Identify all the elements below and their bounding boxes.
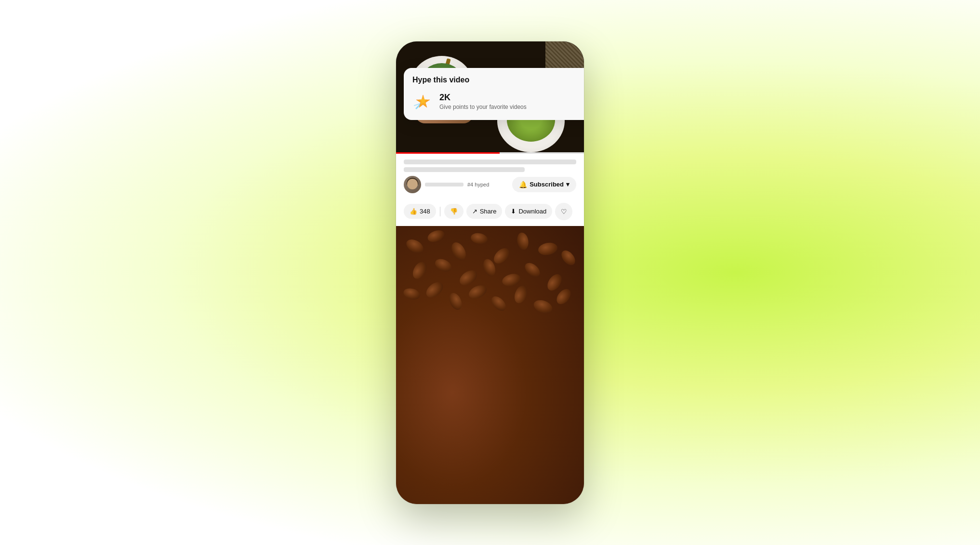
avatar-face [407,179,418,189]
bean-20 [489,293,508,313]
bean-16 [402,286,422,301]
bean-8 [559,248,578,267]
share-label: Share [480,208,497,215]
bean-15 [544,271,564,293]
download-button[interactable]: ⬇ Download [505,204,552,219]
bean-11 [457,267,479,288]
subscribe-button[interactable]: 🔔 Subscribed ▾ [512,177,576,192]
bean-13 [501,272,522,288]
video-title [404,160,576,172]
hype-panel-header: Hype this video [412,76,584,84]
phone-shell: #4 hyped 🔔 Subscribed ▾ 👍 348 👎 ↗ Share … [396,41,584,504]
video-progress-bar[interactable] [396,152,584,154]
video-meta-row: #4 hyped 🔔 Subscribed ▾ [404,176,576,193]
progress-fill [396,152,500,154]
bean-9 [410,259,429,281]
download-label: Download [518,208,546,215]
action-bar: 👍 348 👎 ↗ Share ⬇ Download ♡ [396,199,584,226]
hype-panel: Hype this video [404,68,584,120]
channel-info: #4 hyped [404,176,489,193]
hype-description: Give points to your favorite videos [439,104,584,110]
hype-star-icon [412,91,434,112]
bean-1 [404,237,426,256]
bean-4 [470,232,488,245]
bean-7 [537,241,558,256]
bean-23 [554,286,574,306]
subscribe-label: Subscribed [530,181,564,188]
channel-name-block [425,183,464,186]
channel-name-line [425,183,464,186]
bean-22 [532,297,554,315]
bean-3 [449,239,469,262]
hype-badge: #4 hyped [467,182,489,187]
coffee-beans-bg [396,226,584,504]
bell-icon: 🔔 [519,181,527,188]
bean-6 [516,231,530,250]
chevron-down-icon: ▾ [566,181,569,188]
bean-17 [424,279,446,301]
like-icon: 👍 [410,208,417,215]
hype-points: 2K [439,93,584,103]
video-thumbnail-bottom[interactable] [396,226,584,504]
dislike-button[interactable]: 👎 [444,204,464,219]
share-icon: ↗ [472,208,477,215]
avatar[interactable] [404,176,421,193]
video-info-section: #4 hyped 🔔 Subscribed ▾ [396,154,584,199]
like-count: 348 [420,208,430,215]
heart-icon: ♡ [561,208,567,215]
bean-19 [467,282,489,301]
hype-panel-title: Hype this video [412,76,469,84]
title-line-2 [404,167,525,172]
title-line-1 [404,160,576,164]
divider [440,207,440,216]
share-button[interactable]: ↗ Share [466,204,503,219]
bean-5 [491,245,512,266]
hype-text-block: 2K Give points to your favorite videos [439,93,584,111]
bean-14 [522,260,543,279]
bean-2 [426,228,446,244]
save-button[interactable]: ♡ [555,203,572,220]
bean-18 [447,291,464,311]
download-icon: ⬇ [511,208,516,215]
like-button[interactable]: 👍 348 [404,204,436,219]
bean-21 [512,284,530,305]
hype-content-row: 2K Give points to your favorite videos H… [412,91,584,112]
bean-10 [433,256,453,274]
dislike-icon: 👎 [450,208,458,215]
